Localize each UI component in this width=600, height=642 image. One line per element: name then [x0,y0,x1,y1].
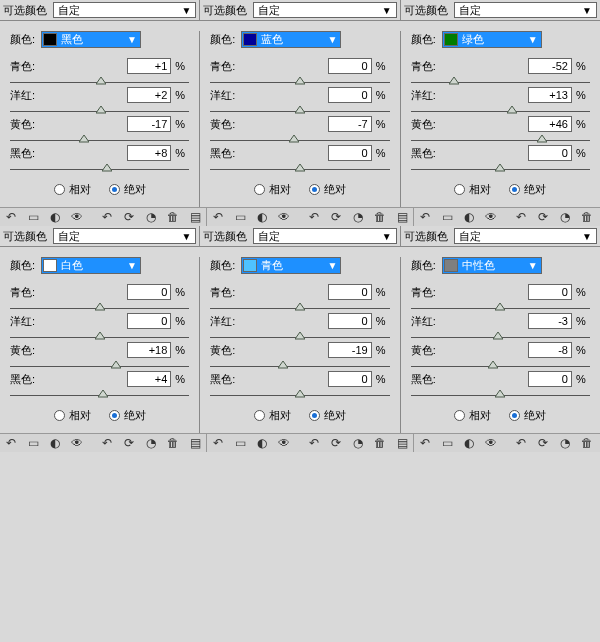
value-input[interactable]: 0 [528,145,572,161]
slider-track[interactable] [210,393,389,398]
eye-icon[interactable]: 👁 [70,210,84,224]
slider-track[interactable] [411,393,590,398]
refresh-icon[interactable]: ⟳ [329,210,343,224]
slider-track[interactable] [411,335,590,340]
slider-track[interactable] [210,109,389,114]
slider-thumb[interactable] [493,332,503,342]
adj-icon[interactable]: ◐ [48,436,62,450]
value-input[interactable]: -17 [127,116,171,132]
slider-track[interactable] [411,138,590,143]
clip-icon[interactable]: ◔ [144,436,158,450]
back-icon[interactable]: ↶ [514,210,528,224]
reset-icon[interactable]: ↶ [418,436,432,450]
slider-track[interactable] [10,80,189,85]
value-input[interactable]: 0 [127,313,171,329]
value-input[interactable]: -52 [528,58,572,74]
slider-thumb[interactable] [295,77,305,87]
color-dropdown[interactable]: 蓝色 ▼ [241,31,341,48]
value-input[interactable]: +18 [127,342,171,358]
menu-icon[interactable]: ▤ [188,436,202,450]
slider-track[interactable] [210,364,389,369]
value-input[interactable]: 0 [328,145,372,161]
slider-track[interactable] [411,80,590,85]
value-input[interactable]: 0 [328,371,372,387]
preset-dropdown[interactable]: 自定 ▼ [454,2,597,18]
back-icon[interactable]: ↶ [307,436,321,450]
eye-icon[interactable]: 👁 [70,436,84,450]
radio-absolute[interactable]: 绝对 [509,182,546,197]
slider-thumb[interactable] [96,77,106,87]
value-input[interactable]: 0 [328,313,372,329]
slider-thumb[interactable] [495,164,505,174]
slider-thumb[interactable] [98,390,108,400]
value-input[interactable]: 0 [127,284,171,300]
eye-icon[interactable]: 👁 [277,210,291,224]
value-input[interactable]: +2 [127,87,171,103]
slider-track[interactable] [411,306,590,311]
slider-track[interactable] [210,335,389,340]
preset-dropdown[interactable]: 自定 ▼ [454,228,597,244]
slider-track[interactable] [210,306,389,311]
clip-icon[interactable]: ◔ [351,210,365,224]
clip-icon[interactable]: ◔ [558,210,572,224]
value-input[interactable]: +13 [528,87,572,103]
back-icon[interactable]: ↶ [307,210,321,224]
back-icon[interactable]: ↶ [100,210,114,224]
menu-icon[interactable]: ▤ [188,210,202,224]
slider-track[interactable] [210,138,389,143]
reset-icon[interactable]: ↶ [4,210,18,224]
menu-icon[interactable]: ▤ [395,436,409,450]
value-input[interactable]: 0 [328,87,372,103]
eye-icon[interactable]: 👁 [484,210,498,224]
trash-icon[interactable]: 🗑 [580,436,594,450]
preset-dropdown[interactable]: 自定 ▼ [53,2,196,18]
preset-dropdown[interactable]: 自定 ▼ [253,2,396,18]
trash-icon[interactable]: 🗑 [166,210,180,224]
value-input[interactable]: 0 [328,58,372,74]
slider-thumb[interactable] [278,361,288,371]
mask-icon[interactable]: ▭ [440,436,454,450]
slider-track[interactable] [10,393,189,398]
slider-thumb[interactable] [95,303,105,313]
slider-thumb[interactable] [449,77,459,87]
slider-thumb[interactable] [289,135,299,145]
slider-thumb[interactable] [295,303,305,313]
slider-thumb[interactable] [495,303,505,313]
value-input[interactable]: 0 [328,284,372,300]
preset-dropdown[interactable]: 自定 ▼ [53,228,196,244]
slider-thumb[interactable] [295,390,305,400]
refresh-icon[interactable]: ⟳ [536,436,550,450]
reset-icon[interactable]: ↶ [418,210,432,224]
mask-icon[interactable]: ▭ [233,210,247,224]
trash-icon[interactable]: 🗑 [373,210,387,224]
radio-absolute[interactable]: 绝对 [509,408,546,423]
radio-relative[interactable]: 相对 [454,182,491,197]
color-dropdown[interactable]: 白色 ▼ [41,257,141,274]
eye-icon[interactable]: 👁 [484,436,498,450]
slider-track[interactable] [411,167,590,172]
slider-track[interactable] [10,364,189,369]
refresh-icon[interactable]: ⟳ [329,436,343,450]
radio-relative[interactable]: 相对 [454,408,491,423]
trash-icon[interactable]: 🗑 [580,210,594,224]
radio-relative[interactable]: 相对 [254,408,291,423]
adj-icon[interactable]: ◐ [255,210,269,224]
radio-absolute[interactable]: 绝对 [109,408,146,423]
adj-icon[interactable]: ◐ [48,210,62,224]
slider-track[interactable] [10,109,189,114]
mask-icon[interactable]: ▭ [26,436,40,450]
radio-relative[interactable]: 相对 [54,182,91,197]
reset-icon[interactable]: ↶ [211,436,225,450]
clip-icon[interactable]: ◔ [351,436,365,450]
mask-icon[interactable]: ▭ [440,210,454,224]
value-input[interactable]: +1 [127,58,171,74]
reset-icon[interactable]: ↶ [4,436,18,450]
value-input[interactable]: +4 [127,371,171,387]
slider-thumb[interactable] [507,106,517,116]
color-dropdown[interactable]: 青色 ▼ [241,257,341,274]
slider-track[interactable] [10,335,189,340]
slider-track[interactable] [10,167,189,172]
value-input[interactable]: +46 [528,116,572,132]
value-input[interactable]: -8 [528,342,572,358]
eye-icon[interactable]: 👁 [277,436,291,450]
